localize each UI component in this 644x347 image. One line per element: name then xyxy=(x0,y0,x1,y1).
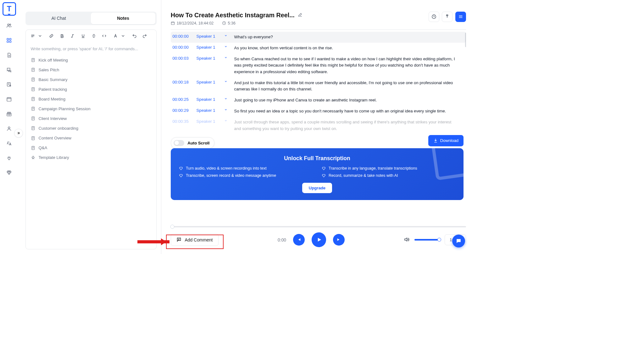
main-content: How To Create Aesthetic Instagram Reel..… xyxy=(161,0,471,254)
current-time: 0:00 xyxy=(278,237,286,242)
template-item[interactable]: Board Meeting xyxy=(29,95,153,104)
svg-rect-7 xyxy=(7,98,11,101)
transcript: 00:00:00Speaker 1What's up everyone? 00:… xyxy=(171,32,466,254)
download-button[interactable]: Download xyxy=(428,135,464,146)
volume-slider[interactable] xyxy=(414,239,440,240)
diamond-icon[interactable] xyxy=(5,168,14,177)
tab-ai-chat[interactable]: AI Chat xyxy=(26,13,91,24)
menu-button[interactable] xyxy=(455,12,466,22)
font-icon[interactable] xyxy=(113,33,119,39)
bold-icon[interactable] xyxy=(60,33,64,39)
expand-sidebar-button[interactable] xyxy=(14,129,23,138)
redo-icon[interactable] xyxy=(142,33,147,39)
share-button[interactable] xyxy=(442,12,452,22)
dashboard-icon[interactable] xyxy=(5,36,14,45)
transcript-line[interactable]: 00:00:03Speaker 1So when Canva reached o… xyxy=(171,54,466,78)
auto-scroll-toggle[interactable]: Auto Scroll xyxy=(171,137,214,149)
notes-tabs: AI Chat Notes xyxy=(25,12,157,25)
editor-toolbar xyxy=(26,30,156,43)
transcript-line[interactable]: 00:00:00Speaker 1What's up everyone? xyxy=(171,32,466,43)
plug-icon[interactable] xyxy=(5,154,14,163)
edit-title-icon[interactable] xyxy=(298,13,303,18)
transcript-line[interactable]: 00:00:18Speaker 1And just to make this t… xyxy=(171,78,466,95)
profile-icon[interactable] xyxy=(5,124,14,133)
chat-icon[interactable] xyxy=(5,65,14,74)
toggle-switch[interactable] xyxy=(174,140,184,146)
italic-icon[interactable] xyxy=(70,33,75,39)
people-icon[interactable] xyxy=(5,21,14,30)
transcript-line[interactable]: 00:00:35Speaker 1Just scroll through the… xyxy=(171,117,466,134)
upgrade-button[interactable]: Upgrade xyxy=(302,183,332,193)
next-button[interactable] xyxy=(333,234,345,246)
calendar-icon[interactable] xyxy=(5,95,14,104)
template-item[interactable]: Kick off Meeting xyxy=(29,55,153,65)
template-item[interactable]: Sales Pitch xyxy=(29,65,153,74)
date-meta: 18/12/2024, 18:44:02 xyxy=(171,21,214,25)
page-title: How To Create Aesthetic Instagram Reel..… xyxy=(171,12,295,19)
chat-fab[interactable] xyxy=(452,235,465,247)
template-item[interactable]: Content Overview xyxy=(29,133,153,143)
template-item[interactable]: Patient tracking xyxy=(29,85,153,94)
code-icon[interactable] xyxy=(102,33,107,39)
feature-item: Transcribe, screen record & video messag… xyxy=(179,173,313,178)
template-item[interactable]: Customer onboarding xyxy=(29,124,153,133)
template-item[interactable]: Q&A xyxy=(29,143,153,153)
svg-point-0 xyxy=(8,24,9,25)
sidebar-rail: T xyxy=(0,0,19,254)
annotation-arrow xyxy=(137,240,169,243)
prev-button[interactable] xyxy=(293,234,305,246)
notes-editor: Write something, or press 'space' for AI… xyxy=(25,30,157,250)
annotation-box xyxy=(166,235,224,249)
svg-rect-21 xyxy=(171,22,174,25)
template-list: Kick off Meeting Sales Pitch Basic Summa… xyxy=(26,53,156,165)
app-logo[interactable]: T xyxy=(3,2,16,15)
underline-icon[interactable] xyxy=(81,33,86,39)
svg-point-9 xyxy=(8,127,10,129)
svg-rect-5 xyxy=(10,41,11,42)
unlock-title: Unlock Full Transcription xyxy=(179,155,455,162)
history-button[interactable] xyxy=(429,12,439,22)
editor-placeholder[interactable]: Write something, or press 'space' for AI… xyxy=(26,42,156,53)
feature-item: Turn audio, video & screen recordings in… xyxy=(179,166,313,171)
link-icon[interactable] xyxy=(49,33,54,39)
gift-icon[interactable] xyxy=(5,109,14,118)
template-library[interactable]: Template Library xyxy=(29,153,153,162)
template-item[interactable]: Basic Summary xyxy=(29,75,153,84)
progress-bar[interactable] xyxy=(171,226,466,227)
svg-rect-2 xyxy=(7,38,9,40)
edit-note-icon[interactable] xyxy=(5,80,14,89)
transcript-line[interactable]: 00:00:25Speaker 1Just going to use my iP… xyxy=(171,95,466,106)
transcript-line[interactable]: 00:00:29Speaker 1So first you need an id… xyxy=(171,106,466,117)
undo-icon[interactable] xyxy=(132,33,137,39)
unlock-banner: Unlock Full Transcription Turn audio, vi… xyxy=(171,148,464,200)
chevron-down-icon[interactable] xyxy=(120,33,126,39)
volume-icon[interactable] xyxy=(404,237,409,243)
strikethrough-icon[interactable] xyxy=(92,33,96,39)
paragraph-icon[interactable] xyxy=(30,33,36,39)
svg-point-1 xyxy=(10,24,11,25)
language-icon[interactable] xyxy=(5,139,14,148)
transcript-line[interactable]: 00:00:00Speaker 1As you know, short form… xyxy=(171,43,466,54)
svg-point-24 xyxy=(447,16,447,16)
chevron-down-icon[interactable] xyxy=(37,33,43,39)
play-button[interactable] xyxy=(312,232,326,247)
template-item[interactable]: Campaign Planning Session xyxy=(29,104,153,114)
duration-meta: 5:36 xyxy=(222,21,236,25)
tab-notes[interactable]: Notes xyxy=(91,13,155,24)
svg-rect-3 xyxy=(10,38,11,40)
svg-rect-4 xyxy=(7,41,9,42)
template-item[interactable]: Client Interview xyxy=(29,114,153,123)
document-icon[interactable] xyxy=(5,51,14,60)
scrollbar[interactable] xyxy=(465,33,466,47)
notes-panel: AI Chat Notes xyxy=(19,0,161,254)
